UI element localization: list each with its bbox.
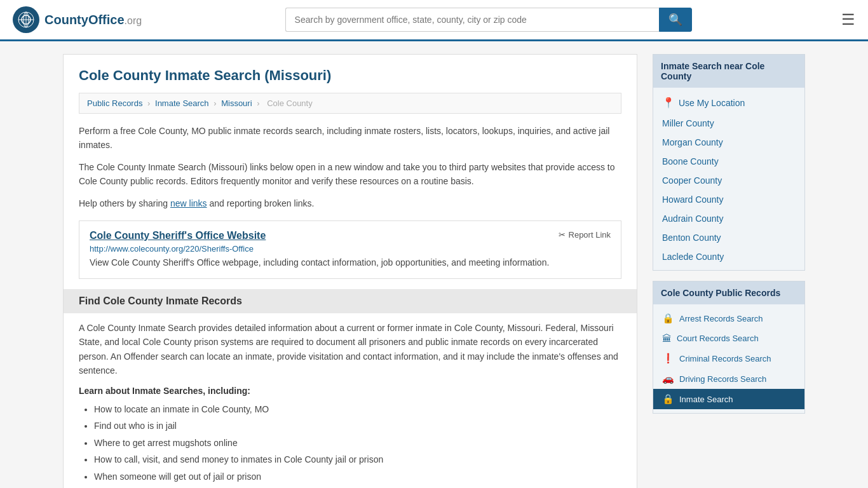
find-records-body: A Cole County Inmate Search provides det… bbox=[79, 321, 621, 378]
use-my-location-link[interactable]: 📍 Use My Location bbox=[653, 92, 804, 114]
inmate-search-link[interactable]: 🔒 Inmate Search bbox=[653, 389, 804, 409]
record-link-title[interactable]: Cole County Sheriff's Office Website bbox=[90, 230, 611, 241]
logo-text: CountyOffice.org bbox=[44, 13, 142, 27]
list-item: Find out who is in jail bbox=[94, 417, 621, 435]
public-records-header: Cole County Public Records bbox=[653, 281, 804, 304]
sidebar-link-boone-county[interactable]: Boone County bbox=[653, 152, 804, 171]
public-records-section: Cole County Public Records 🔒 Arrest Reco… bbox=[653, 281, 805, 414]
learn-label: Learn about Inmate Searches, including: bbox=[79, 386, 621, 396]
court-records-link[interactable]: 🏛 Court Records Search bbox=[653, 329, 804, 348]
list-item: Where to get arrest mugshots online bbox=[94, 435, 621, 452]
nearby-inmate-search-header: Inmate Search near Cole County bbox=[653, 55, 804, 88]
sidebar-link-miller-county[interactable]: Miller County bbox=[653, 114, 804, 133]
criminal-records-link[interactable]: ❗ Criminal Records Search bbox=[653, 348, 804, 369]
inmate-icon: 🔒 bbox=[662, 393, 674, 405]
list-item: How to call, visit, and send money to in… bbox=[94, 451, 621, 468]
sidebar-link-audrain-county[interactable]: Audrain County bbox=[653, 209, 804, 228]
bullet-list: How to locate an inmate in Cole County, … bbox=[94, 401, 621, 485]
list-item: When someone will get out of jail or pri… bbox=[94, 468, 621, 485]
list-item: How to locate an inmate in Cole County, … bbox=[94, 401, 621, 418]
hamburger-menu-button[interactable]: ☰ bbox=[841, 11, 855, 29]
arrest-icon: 🔒 bbox=[662, 313, 674, 324]
sidebar-link-cooper-county[interactable]: Cooper County bbox=[653, 171, 804, 190]
sidebar-link-benton-county[interactable]: Benton County bbox=[653, 228, 804, 247]
criminal-icon: ❗ bbox=[662, 353, 674, 364]
breadcrumb-public-records[interactable]: Public Records bbox=[87, 98, 142, 108]
driving-records-link[interactable]: 🚗 Driving Records Search bbox=[653, 369, 804, 389]
breadcrumb-cole-county: Cole County bbox=[267, 98, 313, 108]
logo-icon bbox=[13, 6, 39, 33]
new-links-link[interactable]: new links bbox=[170, 198, 207, 208]
public-records-body: 🔒 Arrest Records Search 🏛 Court Records … bbox=[653, 304, 804, 413]
breadcrumb: Public Records › Inmate Search › Missour… bbox=[79, 93, 621, 114]
nearby-inmate-search-section: Inmate Search near Cole County 📍 Use My … bbox=[653, 54, 805, 271]
scissors-icon: ✂ bbox=[559, 230, 566, 240]
main-content: Cole County Inmate Search (Missouri) Pub… bbox=[63, 54, 637, 488]
sidebar-link-howard-county[interactable]: Howard County bbox=[653, 190, 804, 209]
report-link-button[interactable]: ✂ Report Link bbox=[559, 230, 611, 240]
search-input[interactable] bbox=[285, 8, 659, 32]
record-link-url[interactable]: http://www.colecounty.org/220/Sheriffs-O… bbox=[90, 244, 611, 254]
description-1: Perform a free Cole County, MO public in… bbox=[79, 124, 621, 152]
sidebar: Inmate Search near Cole County 📍 Use My … bbox=[653, 54, 805, 488]
arrest-records-link[interactable]: 🔒 Arrest Records Search bbox=[653, 308, 804, 329]
court-icon: 🏛 bbox=[662, 333, 672, 344]
location-icon: 📍 bbox=[662, 97, 675, 109]
record-link-box: Cole County Sheriff's Office Website htt… bbox=[79, 220, 621, 279]
breadcrumb-missouri[interactable]: Missouri bbox=[221, 98, 252, 108]
search-button[interactable]: 🔍 bbox=[659, 8, 692, 32]
page-title: Cole County Inmate Search (Missouri) bbox=[79, 67, 621, 84]
description-2: The Cole County Inmate Search (Missouri)… bbox=[79, 160, 621, 189]
sidebar-link-morgan-county[interactable]: Morgan County bbox=[653, 133, 804, 152]
description-3: Help others by sharing new links and rep… bbox=[79, 196, 621, 210]
sidebar-link-laclede-county[interactable]: Laclede County bbox=[653, 247, 804, 266]
driving-icon: 🚗 bbox=[662, 373, 674, 384]
search-area: 🔍 bbox=[285, 8, 692, 32]
breadcrumb-inmate-search[interactable]: Inmate Search bbox=[155, 98, 209, 108]
nearby-inmate-search-body: 📍 Use My Location Miller County Morgan C… bbox=[653, 88, 804, 270]
header: CountyOffice.org 🔍 ☰ bbox=[0, 0, 868, 41]
find-records-header: Find Cole County Inmate Records bbox=[64, 289, 637, 313]
record-link-description: View Cole County Sheriff's Office webpag… bbox=[90, 256, 611, 269]
logo-area: CountyOffice.org bbox=[13, 6, 142, 33]
